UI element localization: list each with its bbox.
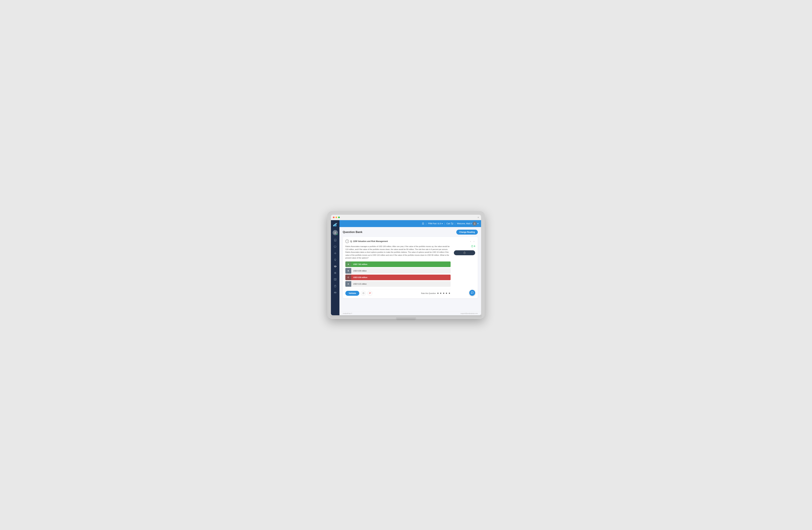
svg-rect-5 — [335, 285, 335, 286]
question-icon: ? — [345, 240, 349, 243]
question-area-main: Rahim Associates manages a portfolio of … — [345, 245, 475, 296]
footer-bar: AnalystPrep © support@analystprep.com — [339, 312, 481, 315]
menu-icon[interactable]: ≡ — [478, 216, 479, 219]
change-reading-button[interactable]: Change Reading — [456, 230, 478, 234]
option-d-letter: D — [345, 281, 351, 287]
exam-selector[interactable]: FRM Part I & II ▾ — [428, 223, 443, 225]
timer-value: 6 — [474, 245, 475, 247]
options-list: A USD 7.62 million B USD 8.09 million — [345, 261, 451, 287]
sidebar-item-clipboard[interactable] — [332, 283, 338, 289]
bookmark-button[interactable] — [361, 291, 366, 296]
user-menu[interactable]: Welcome, Matt.V ▾ — [457, 221, 478, 226]
option-b-letter: B — [345, 268, 351, 274]
titlebar: ≡ — [331, 215, 481, 220]
dot-yellow[interactable] — [335, 217, 337, 218]
sidebar-item-brain[interactable] — [332, 244, 338, 250]
sidebar-item-list[interactable] — [332, 270, 338, 276]
question-label: Q. 1209 Valuation and Risk Management — [350, 240, 388, 242]
welcome-label: Welcome, Matt.V — [457, 223, 472, 225]
option-c[interactable]: C USD 8.59 million — [345, 275, 451, 280]
sidebar-item-graduation[interactable] — [332, 263, 338, 269]
option-a-letter: A — [345, 261, 351, 267]
bell-button[interactable] — [422, 223, 424, 225]
option-d[interactable]: D USD 9.15 million — [345, 281, 451, 287]
sidebar-logo[interactable] — [332, 222, 338, 228]
online-indicator — [336, 234, 338, 235]
next-arrow[interactable]: › — [473, 240, 475, 243]
exam-dropdown-icon: ▾ — [442, 223, 443, 225]
cart-button[interactable]: Cart — [447, 223, 453, 225]
stars[interactable]: ★ ★ ★ ★ ★ — [437, 292, 451, 295]
svg-point-6 — [334, 292, 335, 292]
option-c-text: USD 8.59 million — [351, 275, 451, 280]
flag-button[interactable] — [367, 291, 373, 296]
sidebar-item-book[interactable] — [332, 237, 338, 243]
sidebar-item-brain2[interactable] — [332, 250, 338, 256]
content-area: Question Bank Change Reading ? Q. 1209 V… — [339, 227, 481, 312]
svg-point-12 — [474, 223, 475, 224]
timer-row: 6 — [471, 245, 475, 247]
dot-red[interactable] — [333, 217, 335, 218]
divider3: | — [455, 223, 455, 225]
topbar: | FRM Part I & II ▾ | Cart | — [339, 220, 481, 227]
nav-arrows: ‹ › — [469, 240, 475, 243]
svg-point-7 — [335, 292, 336, 292]
sidebar-item-lightbulb[interactable] — [332, 257, 338, 263]
option-b[interactable]: B USD 8.09 million — [345, 268, 451, 274]
sidebar-item-paw[interactable] — [332, 290, 338, 296]
sidebar — [331, 220, 339, 315]
question-right: 6 — [452, 245, 475, 296]
question-card: ? Q. 1209 Valuation and Risk Management … — [343, 237, 478, 298]
prev-arrow[interactable]: ‹ — [469, 240, 472, 243]
user-avatar[interactable] — [333, 230, 338, 235]
option-d-text: USD 9.15 million — [351, 281, 451, 287]
laptop-stand — [396, 317, 416, 319]
support-email: support@analystprep.com — [461, 313, 478, 314]
main-content: | FRM Part I & II ▾ | Cart | — [339, 220, 481, 315]
delete-button[interactable] — [454, 250, 475, 255]
svg-point-4 — [335, 253, 335, 254]
chat-fab[interactable] — [469, 290, 475, 296]
option-a-text: USD 7.62 million — [351, 261, 451, 267]
laptop-base — [330, 315, 482, 317]
cart-label: Cart — [447, 223, 450, 225]
question-footer: Validate — [345, 289, 451, 296]
svg-point-3 — [335, 232, 336, 233]
question-title-row: ? Q. 1209 Valuation and Risk Management — [345, 240, 388, 243]
topbar-avatar — [473, 221, 477, 226]
divider1: | — [426, 223, 426, 225]
divider2: | — [444, 223, 445, 225]
user-dropdown-icon: ▾ — [477, 223, 478, 225]
page-title: Question Bank — [343, 230, 362, 234]
option-b-text: USD 8.09 million — [351, 268, 451, 274]
rate-section: Rate this Question ★ ★ ★ ★ ★ — [421, 292, 451, 295]
option-a[interactable]: A USD 7.62 million — [345, 261, 451, 267]
copyright: AnalystPrep © — [343, 313, 352, 314]
page-header: Question Bank Change Reading — [343, 230, 478, 234]
validate-button[interactable]: Validate — [345, 291, 359, 296]
sidebar-item-open-book[interactable] — [332, 276, 338, 283]
exam-label: FRM Part I & II — [428, 223, 441, 225]
question-header: ? Q. 1209 Valuation and Risk Management … — [345, 240, 475, 243]
question-body: Rahim Associates manages a portfolio of … — [345, 245, 451, 259]
dot-green[interactable] — [338, 217, 340, 218]
rate-label: Rate this Question — [421, 292, 436, 294]
question-left: Rahim Associates manages a portfolio of … — [345, 245, 451, 296]
option-c-letter: C — [345, 275, 351, 280]
